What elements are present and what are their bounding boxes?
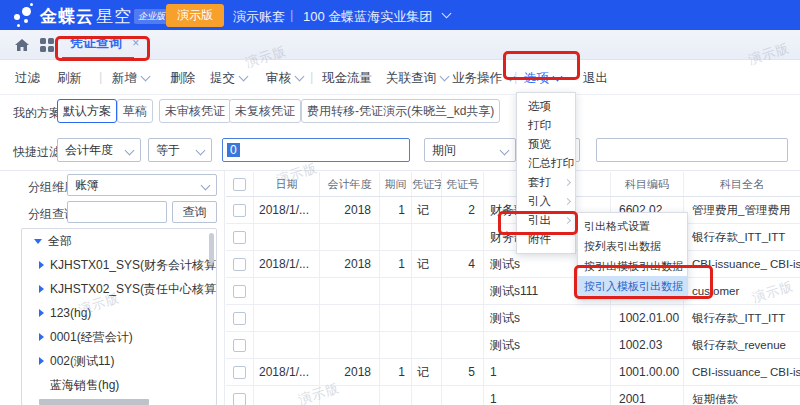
tree-node-all[interactable]: 全部 [22,229,216,253]
row-checkbox[interactable] [233,339,246,352]
menu-item-attachment[interactable]: 附件 [517,230,575,249]
my-schemes-label: 我的方案 [13,105,61,122]
submenu-item-export-by-list[interactable]: 按列表引出数据 [578,236,687,256]
tree-node[interactable]: 蓝海销售(hg) [22,373,216,397]
menu-item-import[interactable]: 引入 [517,192,575,211]
chevron-down-icon [500,146,510,156]
col-account-name[interactable]: 科目全名 [684,172,800,196]
submit-button[interactable]: 提交 [210,68,247,88]
chevron-down-icon[interactable] [442,9,452,19]
filter-operator-select[interactable]: 等于 [148,138,212,162]
col-account-code[interactable]: 科目编码 [611,172,684,196]
home-icon[interactable] [14,37,30,53]
submenu-item-export-format[interactable]: 引出格式设置 [578,216,687,236]
tree-node[interactable]: KJHSTX02_SYS(责任中心核算体系) [22,277,216,301]
audit-button[interactable]: 审核 [266,68,303,88]
group-query-button[interactable]: 查询 [172,201,217,223]
table-row[interactable]: 2018/1/... 2018 1 记 4 测试s CBI-issuance_ … [226,251,800,278]
row-select-cell[interactable] [226,224,254,250]
tree-node[interactable]: KJHSTX01_SYS(财务会计核算体系) [22,253,216,277]
submenu-item-export-by-export-template[interactable]: 按引出模板引出数据 [578,256,687,276]
col-voucher-no[interactable]: 凭证号 [442,172,484,196]
filter-field-select[interactable]: 会计年度 [57,138,141,162]
table-row[interactable]: 测试s 1002.03 银行存款_revenue [226,332,800,359]
col-date[interactable]: 日期 [254,172,320,196]
scheme-expense-transfer-button[interactable]: 费用转移-凭证演示(朱晓兰_kd共享) [301,99,500,123]
toolbar-divider: | [310,69,313,84]
select-all-cell[interactable] [226,172,254,196]
tree-node[interactable]: 002(测试11) [22,349,216,373]
tree-scrollbar[interactable] [209,233,214,263]
scheme-draft-button[interactable]: 草稿 [117,99,153,123]
apps-menu-icon[interactable] [40,38,54,52]
filter-field2-select[interactable]: 期间 [424,138,516,162]
menu-item-print[interactable]: 打印 [517,116,575,135]
cell-name: CBI-issuance_ CBI-issua [684,251,800,277]
menu-item-template-print[interactable]: 套打 [517,173,575,192]
scheme-unreviewed-button[interactable]: 未复核凭证 [229,99,301,123]
delete-button[interactable]: 删除 [170,68,195,88]
refresh-button[interactable]: 刷新 [57,68,82,88]
submenu-arrow-icon [564,179,571,186]
cell-year [320,224,380,250]
business-ops-button[interactable]: 业务操作 [452,68,514,88]
row-select-cell[interactable] [226,197,254,223]
cash-flow-button[interactable]: 现金流量 [322,68,372,88]
row-select-cell[interactable] [226,332,254,358]
exit-button[interactable]: 退出 [583,68,608,88]
cell-name: 银行存款_ITT_ITT [684,305,800,331]
tree-expanded-icon[interactable] [34,239,42,244]
submenu-item-export-by-import-template[interactable]: 按引入模板引出数据 [578,276,687,296]
tree-collapsed-icon[interactable] [39,285,44,293]
row-select-cell[interactable] [226,278,254,304]
filter-value-input[interactable]: 0 [222,138,410,162]
row-checkbox[interactable] [233,231,246,244]
cell-year [320,386,380,405]
group-dimension-select[interactable]: 账簿 [67,174,217,196]
row-select-cell[interactable] [226,386,254,405]
row-select-cell[interactable] [226,359,254,385]
filter-value2-input[interactable] [596,138,788,162]
table-row[interactable]: 财务部办公 银行存款_ITT_ITT [226,224,800,251]
scheme-default-button[interactable]: 默认方案 [57,99,117,123]
table-row[interactable]: 测试s111 customer [226,278,800,305]
cell-year: 2018 [320,251,380,277]
table-row[interactable]: 测试s 1002.01.00 银行存款_ITT_ITT [226,305,800,332]
table-row[interactable]: 2018/1/... 2018 1 记 5 1 1001.00.00 CBI-i… [226,359,800,386]
menu-item-options[interactable]: 选项 [517,97,575,116]
row-checkbox[interactable] [233,204,246,217]
select-all-checkbox[interactable] [233,178,246,191]
menu-item-export[interactable]: 引出 [517,211,575,230]
tree-node[interactable]: 123(hg) [22,301,216,325]
group-query-input[interactable] [67,201,167,223]
scheme-unaudited-button[interactable]: 未审核凭证 [159,99,231,123]
filter-button[interactable]: 过滤 [15,68,40,88]
menu-item-preview[interactable]: 预览 [517,135,575,154]
row-checkbox[interactable] [233,285,246,298]
row-select-cell[interactable] [226,251,254,277]
tree-node[interactable]: 0001(经营会计) [22,325,216,349]
tree-collapsed-icon[interactable] [39,333,44,341]
col-period[interactable]: 期间 [380,172,412,196]
row-select-cell[interactable] [226,305,254,331]
table-row[interactable]: 2018/1/... 2018 1 记 2 财务部办公 6602.02 管理费用… [226,197,800,224]
row-checkbox[interactable] [233,393,246,405]
related-query-button[interactable]: 关联查询 [386,68,448,88]
options-button[interactable]: 选项 [524,68,561,88]
brand-name-secondary: 星空 [96,5,132,28]
cell-period: 1 [380,197,412,223]
cell-date [254,305,320,331]
tree-collapsed-icon[interactable] [39,261,44,269]
company-switcher[interactable]: 100 金蝶蓝海实业集团 [303,8,432,26]
tab-close-icon[interactable]: × [132,36,139,50]
table-row[interactable]: 1 2001 短期借款 [226,386,800,405]
row-checkbox[interactable] [233,312,246,325]
menu-item-summary-print[interactable]: 汇总打印 [517,154,575,173]
col-fiscal-year[interactable]: 会计年度 [320,172,380,196]
tree-collapsed-icon[interactable] [39,357,44,365]
add-button[interactable]: 新增 [112,68,149,88]
row-checkbox[interactable] [233,366,246,379]
col-voucher-word[interactable]: 凭证字 [412,172,442,196]
tree-collapsed-icon[interactable] [39,309,44,317]
row-checkbox[interactable] [233,258,246,271]
